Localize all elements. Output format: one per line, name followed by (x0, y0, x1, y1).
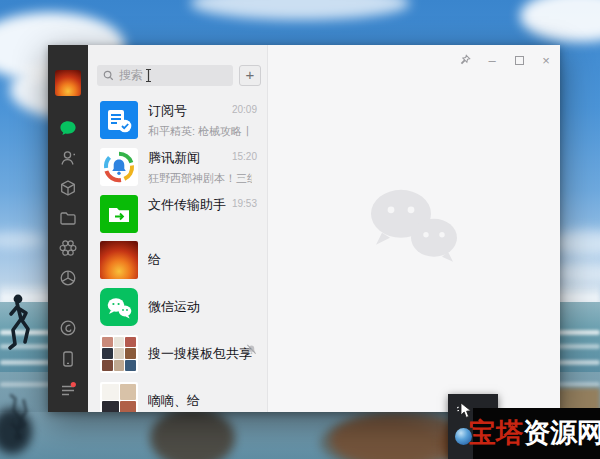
flame-avatar (100, 241, 138, 279)
minimize-button[interactable]: – (483, 51, 501, 69)
notification-badge (71, 382, 76, 387)
banner-text: 资源网 (523, 420, 600, 447)
chats-icon[interactable] (58, 118, 78, 138)
more-menu-icon[interactable] (58, 380, 78, 400)
search-input[interactable]: 搜索 (97, 65, 233, 86)
chat-items: 订阅号 和平精英: 枪械攻略丨M1... 20:09 腾讯新闻 狂野西部神剧本！… (88, 95, 267, 412)
chat-list-panel: 搜索 + 订阅号 和平精英: 枪械攻略丨M1... 20:09 (88, 45, 268, 412)
banner-text-highlight: 宝塔 (469, 420, 523, 447)
chat-title: 微信运动 (148, 298, 200, 316)
chat-title: 嘀嘀、给 (148, 392, 200, 410)
chat-item-tencent-news[interactable]: 腾讯新闻 狂野西部神剧本！三组以... 15:20 (88, 142, 267, 189)
mute-icon (246, 344, 257, 355)
add-chat-button[interactable]: + (239, 65, 261, 86)
watermark-banner: 宝塔资源网 (473, 408, 600, 459)
group-avatar (100, 335, 138, 373)
sidebar (48, 45, 88, 412)
chat-item-gei[interactable]: 给 (88, 236, 267, 283)
search-row: 搜索 + (88, 45, 267, 95)
close-button[interactable]: × (537, 51, 555, 69)
chat-preview: 狂野西部神剧本！三组以... (148, 171, 252, 186)
chat-item-didi-gei[interactable]: 嘀嘀、给 (88, 377, 267, 412)
chat-title: 搜一搜模板包共享群 (148, 345, 252, 363)
profile-avatar[interactable] (55, 70, 81, 96)
mini-programs-icon[interactable] (58, 318, 78, 338)
collections-cube-icon[interactable] (58, 178, 78, 198)
subscriptions-avatar (100, 101, 138, 139)
runner-silhouette (1, 290, 33, 376)
maximize-button[interactable] (510, 51, 528, 69)
group-avatar (100, 382, 138, 413)
tencent-news-avatar (100, 148, 138, 186)
text-cursor (144, 68, 153, 83)
search-placeholder: 搜索 (119, 67, 143, 84)
wechat-window: 搜索 + 订阅号 和平精英: 枪械攻略丨M1... 20:09 (48, 45, 560, 412)
chat-time: 20:09 (232, 104, 257, 115)
chat-item-file-transfer[interactable]: 文件传输助手 19:53 (88, 189, 267, 236)
file-transfer-avatar (100, 195, 138, 233)
runner-reflection (1, 372, 33, 444)
pin-button[interactable] (456, 51, 474, 69)
chat-time: 19:53 (232, 198, 257, 209)
chat-time: 15:20 (232, 151, 257, 162)
chat-title: 文件传输助手 (148, 196, 226, 214)
search-icon (103, 70, 114, 81)
chat-item-template-group[interactable]: 搜一搜模板包共享群 (88, 330, 267, 377)
chat-main-panel: – × (268, 45, 560, 412)
window-controls: – × (456, 51, 555, 69)
chat-item-wechat-sports[interactable]: 微信运动 (88, 283, 267, 330)
chat-title: 给 (148, 251, 161, 269)
reflection-blob (150, 408, 235, 459)
pin-icon (459, 54, 471, 66)
chat-files-folder-icon[interactable] (58, 208, 78, 228)
wechat-sports-avatar (100, 288, 138, 326)
chat-item-subscriptions[interactable]: 订阅号 和平精英: 枪械攻略丨M1... 20:09 (88, 95, 267, 142)
contacts-icon[interactable] (58, 148, 78, 168)
phone-icon[interactable] (58, 349, 78, 369)
wechat-logo-watermark (364, 185, 464, 265)
channels-aperture-icon[interactable] (58, 268, 78, 288)
screen: 搜索 + 订阅号 和平精英: 枪械攻略丨M1... 20:09 (0, 0, 600, 459)
moments-flower-icon[interactable] (58, 238, 78, 258)
maximize-icon (515, 56, 524, 65)
chat-preview: 和平精英: 枪械攻略丨M1... (148, 124, 252, 139)
